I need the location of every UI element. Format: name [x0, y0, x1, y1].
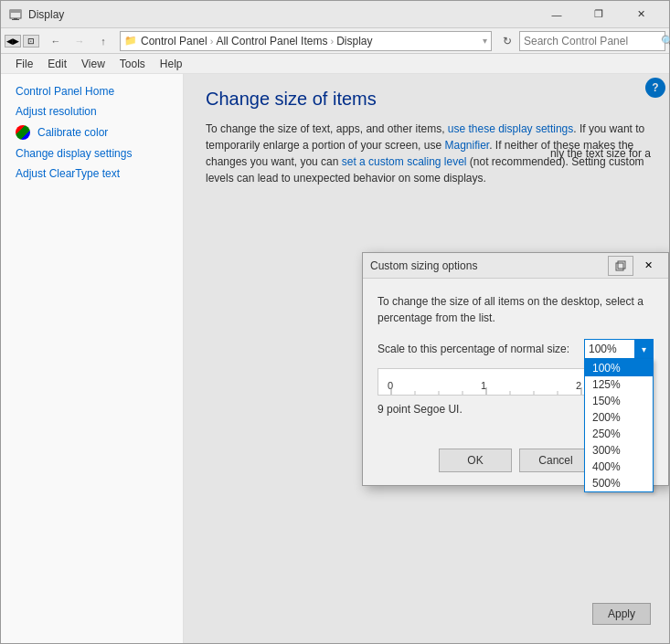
title-bar: Display — ❐ ✕	[1, 1, 669, 28]
svg-rect-5	[618, 261, 625, 269]
dropdown-item-100[interactable]: 100%	[585, 360, 653, 376]
sidebar-item-calibrate[interactable]: Calibrate color	[1, 121, 183, 143]
dialog-content: To change the size of all items on the d…	[363, 279, 668, 441]
breadcrumb-display[interactable]: Display	[336, 35, 372, 48]
folder-icon: 📁	[124, 35, 137, 47]
window: Display — ❐ ✕ ◀▶ ⊡ ← → ↑ 📁 Control Panel…	[0, 0, 670, 644]
back-button[interactable]: ←	[45, 31, 67, 51]
dialog-restore-button[interactable]	[608, 256, 633, 276]
dropdown-item-400[interactable]: 400%	[585, 459, 653, 475]
menu-bar: File Edit View Tools Help	[1, 54, 669, 74]
dropdown-list: 100% 125% 150% 200% 250% 300% 400% 500%	[584, 359, 654, 492]
menu-edit[interactable]: Edit	[40, 56, 74, 72]
main-area: Control Panel Home Adjust resolution Cal…	[1, 74, 669, 643]
svg-rect-2	[12, 19, 19, 20]
dropdown-item-250[interactable]: 250%	[585, 426, 653, 442]
up-button[interactable]: ↑	[92, 31, 114, 51]
maximize-button[interactable]: ❐	[578, 1, 620, 28]
window-icon	[8, 7, 23, 22]
menu-file[interactable]: File	[8, 56, 40, 72]
breadcrumb-control-panel[interactable]: Control Panel	[141, 35, 207, 48]
scale-dropdown-arrow: ▾	[634, 340, 653, 358]
menu-tools[interactable]: Tools	[112, 56, 153, 72]
search-icon: 🔍	[661, 35, 670, 48]
dialog-description: To change the size of all items on the d…	[378, 293, 654, 326]
svg-rect-1	[10, 10, 21, 13]
content-area: ? Change size of items To change the siz…	[184, 74, 669, 643]
svg-text:2: 2	[576, 380, 581, 391]
scale-dropdown-wrapper: 100% ▾ 100% 125% 150% 200% 250%	[584, 339, 654, 359]
dropdown-item-500[interactable]: 500%	[585, 475, 653, 491]
address-bar[interactable]: 📁 Control Panel › All Control Panel Item…	[120, 31, 492, 51]
navigation-bar: ◀▶ ⊡ ← → ↑ 📁 Control Panel › All Control…	[1, 28, 669, 54]
scale-label: Scale to this percentage of normal size:	[378, 343, 584, 355]
minimize-button[interactable]: —	[536, 1, 578, 28]
sidebar-item-cleartype[interactable]: Adjust ClearType text	[1, 164, 183, 184]
scale-dropdown-value: 100%	[589, 343, 634, 355]
color-wheel-icon	[16, 125, 30, 140]
refresh-button[interactable]: ↻	[497, 31, 517, 51]
cancel-button[interactable]: Cancel	[519, 449, 592, 472]
svg-text:1: 1	[481, 380, 486, 391]
menu-help[interactable]: Help	[153, 56, 190, 72]
sidebar-item-resolution[interactable]: Adjust resolution	[1, 101, 183, 121]
search-box: 🔍	[519, 31, 665, 51]
dialog-close-button[interactable]: ✕	[635, 256, 661, 276]
dropdown-item-300[interactable]: 300%	[585, 442, 653, 459]
sidebar-item-display-settings[interactable]: Change display settings	[1, 143, 183, 164]
svg-text:0: 0	[388, 380, 393, 391]
dropdown-item-150[interactable]: 150%	[585, 393, 653, 409]
sidebar-item-home[interactable]: Control Panel Home	[1, 81, 183, 101]
dialog-title-bar: Custom sizing options ✕	[363, 253, 668, 279]
ok-button[interactable]: OK	[439, 449, 512, 472]
dialog-title: Custom sizing options	[370, 259, 608, 272]
svg-rect-3	[14, 18, 17, 19]
custom-sizing-dialog: Custom sizing options ✕	[362, 252, 669, 486]
svg-rect-4	[616, 263, 623, 270]
breadcrumb-all-items[interactable]: All Control Panel Items	[216, 35, 327, 48]
close-button[interactable]: ✕	[620, 1, 662, 28]
modal-overlay: Custom sizing options ✕	[184, 74, 669, 643]
dialog-title-buttons: ✕	[608, 256, 661, 276]
menu-view[interactable]: View	[74, 56, 112, 72]
search-input[interactable]	[524, 35, 661, 48]
forward-button[interactable]: →	[69, 31, 90, 51]
window-title: Display	[28, 8, 536, 21]
scale-dropdown[interactable]: 100% ▾	[584, 339, 654, 359]
dropdown-arrow-icon[interactable]: ▾	[483, 36, 487, 46]
dropdown-item-125[interactable]: 125%	[585, 376, 653, 393]
scale-row: Scale to this percentage of normal size:…	[378, 339, 654, 359]
dropdown-item-200[interactable]: 200%	[585, 409, 653, 426]
sidebar: Control Panel Home Adjust resolution Cal…	[1, 74, 184, 643]
